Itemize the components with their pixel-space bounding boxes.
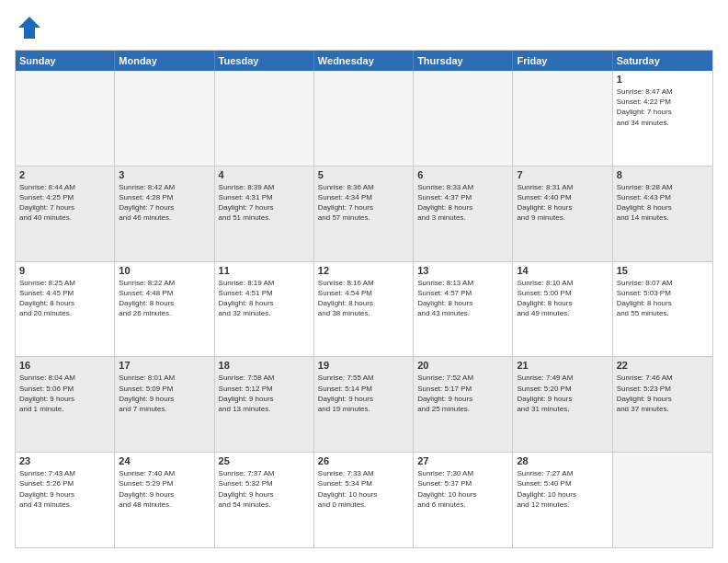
- empty-cell-0-0: [16, 71, 115, 166]
- empty-cell-0-3: [314, 71, 414, 166]
- empty-cell-4-6: [613, 453, 712, 547]
- day-cell-25: 25Sunrise: 7:37 AM Sunset: 5:32 PM Dayli…: [215, 453, 314, 547]
- day-number: 16: [19, 360, 110, 371]
- empty-cell-0-4: [414, 71, 513, 166]
- weekday-header-monday: Monday: [115, 51, 214, 71]
- weekday-header-tuesday: Tuesday: [215, 51, 314, 71]
- day-cell-2: 2Sunrise: 8:44 AM Sunset: 4:25 PM Daylig…: [16, 167, 115, 261]
- day-cell-11: 11Sunrise: 8:19 AM Sunset: 4:51 PM Dayli…: [215, 262, 314, 357]
- day-cell-24: 24Sunrise: 7:40 AM Sunset: 5:29 PM Dayli…: [115, 453, 214, 547]
- day-info: Sunrise: 7:40 AM Sunset: 5:29 PM Dayligh…: [119, 468, 210, 510]
- day-number: 28: [517, 455, 608, 466]
- day-info: Sunrise: 7:33 AM Sunset: 5:34 PM Dayligh…: [318, 468, 409, 510]
- day-number: 4: [219, 169, 310, 180]
- day-cell-7: 7Sunrise: 8:31 AM Sunset: 4:40 PM Daylig…: [513, 167, 612, 261]
- day-cell-26: 26Sunrise: 7:33 AM Sunset: 5:34 PM Dayli…: [314, 453, 414, 547]
- day-number: 26: [318, 455, 409, 466]
- calendar-row-2: 9Sunrise: 8:25 AM Sunset: 4:45 PM Daylig…: [16, 262, 712, 358]
- day-cell-9: 9Sunrise: 8:25 AM Sunset: 4:45 PM Daylig…: [16, 262, 115, 357]
- day-cell-5: 5Sunrise: 8:36 AM Sunset: 4:34 PM Daylig…: [314, 167, 414, 261]
- weekday-header-saturday: Saturday: [613, 51, 712, 71]
- logo-icon: [17, 15, 42, 40]
- day-cell-17: 17Sunrise: 8:01 AM Sunset: 5:09 PM Dayli…: [115, 357, 214, 452]
- day-number: 21: [517, 360, 608, 371]
- day-info: Sunrise: 7:46 AM Sunset: 5:23 PM Dayligh…: [617, 373, 709, 414]
- day-info: Sunrise: 8:47 AM Sunset: 4:22 PM Dayligh…: [617, 86, 709, 128]
- weekday-header-wednesday: Wednesday: [314, 51, 414, 71]
- empty-cell-0-2: [215, 71, 314, 166]
- day-info: Sunrise: 7:55 AM Sunset: 5:14 PM Dayligh…: [318, 373, 409, 414]
- day-info: Sunrise: 7:37 AM Sunset: 5:32 PM Dayligh…: [219, 468, 310, 510]
- day-number: 11: [219, 265, 310, 276]
- day-number: 10: [119, 265, 210, 276]
- day-cell-20: 20Sunrise: 7:52 AM Sunset: 5:17 PM Dayli…: [414, 357, 513, 452]
- day-cell-13: 13Sunrise: 8:13 AM Sunset: 4:57 PM Dayli…: [414, 262, 513, 357]
- header: [15, 15, 713, 40]
- day-info: Sunrise: 7:30 AM Sunset: 5:37 PM Dayligh…: [417, 468, 508, 510]
- day-cell-8: 8Sunrise: 8:28 AM Sunset: 4:43 PM Daylig…: [613, 167, 712, 261]
- day-cell-21: 21Sunrise: 7:49 AM Sunset: 5:20 PM Dayli…: [513, 357, 612, 452]
- day-cell-14: 14Sunrise: 8:10 AM Sunset: 5:00 PM Dayli…: [513, 262, 612, 357]
- day-info: Sunrise: 8:33 AM Sunset: 4:37 PM Dayligh…: [417, 182, 508, 224]
- day-info: Sunrise: 8:39 AM Sunset: 4:31 PM Dayligh…: [219, 182, 310, 224]
- day-cell-6: 6Sunrise: 8:33 AM Sunset: 4:37 PM Daylig…: [414, 167, 513, 261]
- day-info: Sunrise: 7:58 AM Sunset: 5:12 PM Dayligh…: [219, 373, 310, 414]
- day-info: Sunrise: 8:44 AM Sunset: 4:25 PM Dayligh…: [19, 182, 110, 224]
- day-number: 7: [517, 169, 608, 180]
- day-cell-16: 16Sunrise: 8:04 AM Sunset: 5:06 PM Dayli…: [16, 357, 115, 452]
- day-number: 1: [617, 74, 709, 85]
- logo: [15, 15, 42, 40]
- day-cell-23: 23Sunrise: 7:43 AM Sunset: 5:26 PM Dayli…: [16, 453, 115, 547]
- calendar-row-1: 2Sunrise: 8:44 AM Sunset: 4:25 PM Daylig…: [16, 167, 712, 262]
- day-number: 18: [219, 360, 310, 371]
- weekday-header-thursday: Thursday: [414, 51, 513, 71]
- day-cell-10: 10Sunrise: 8:22 AM Sunset: 4:48 PM Dayli…: [115, 262, 214, 357]
- day-number: 19: [318, 360, 409, 371]
- day-info: Sunrise: 8:07 AM Sunset: 5:03 PM Dayligh…: [617, 278, 709, 319]
- day-info: Sunrise: 7:27 AM Sunset: 5:40 PM Dayligh…: [517, 468, 608, 510]
- weekday-header-sunday: Sunday: [16, 51, 115, 71]
- day-number: 2: [19, 169, 110, 180]
- day-info: Sunrise: 8:10 AM Sunset: 5:00 PM Dayligh…: [517, 278, 608, 319]
- day-number: 20: [417, 360, 508, 371]
- day-info: Sunrise: 8:01 AM Sunset: 5:09 PM Dayligh…: [119, 373, 210, 414]
- day-number: 13: [417, 265, 508, 276]
- day-cell-4: 4Sunrise: 8:39 AM Sunset: 4:31 PM Daylig…: [215, 167, 314, 261]
- day-info: Sunrise: 7:52 AM Sunset: 5:17 PM Dayligh…: [417, 373, 508, 414]
- day-cell-1: 1Sunrise: 8:47 AM Sunset: 4:22 PM Daylig…: [613, 71, 712, 166]
- day-cell-22: 22Sunrise: 7:46 AM Sunset: 5:23 PM Dayli…: [613, 357, 712, 452]
- day-info: Sunrise: 8:16 AM Sunset: 4:54 PM Dayligh…: [318, 278, 409, 319]
- page: SundayMondayTuesdayWednesdayThursdayFrid…: [0, 0, 728, 563]
- day-number: 14: [517, 265, 608, 276]
- weekday-header-friday: Friday: [513, 51, 612, 71]
- calendar-row-0: 1Sunrise: 8:47 AM Sunset: 4:22 PM Daylig…: [16, 71, 712, 167]
- day-info: Sunrise: 8:19 AM Sunset: 4:51 PM Dayligh…: [219, 278, 310, 319]
- day-number: 17: [119, 360, 210, 371]
- day-number: 9: [19, 265, 110, 276]
- day-info: Sunrise: 7:43 AM Sunset: 5:26 PM Dayligh…: [19, 468, 110, 510]
- calendar: SundayMondayTuesdayWednesdayThursdayFrid…: [15, 50, 713, 548]
- day-info: Sunrise: 8:31 AM Sunset: 4:40 PM Dayligh…: [517, 182, 608, 224]
- calendar-body: 1Sunrise: 8:47 AM Sunset: 4:22 PM Daylig…: [16, 71, 712, 547]
- calendar-row-3: 16Sunrise: 8:04 AM Sunset: 5:06 PM Dayli…: [16, 357, 712, 453]
- day-number: 12: [318, 265, 409, 276]
- day-number: 25: [219, 455, 310, 466]
- day-info: Sunrise: 8:22 AM Sunset: 4:48 PM Dayligh…: [119, 278, 210, 319]
- day-cell-28: 28Sunrise: 7:27 AM Sunset: 5:40 PM Dayli…: [513, 453, 612, 547]
- day-cell-15: 15Sunrise: 8:07 AM Sunset: 5:03 PM Dayli…: [613, 262, 712, 357]
- day-info: Sunrise: 8:04 AM Sunset: 5:06 PM Dayligh…: [19, 373, 110, 414]
- day-number: 22: [617, 360, 709, 371]
- day-info: Sunrise: 7:49 AM Sunset: 5:20 PM Dayligh…: [517, 373, 608, 414]
- day-number: 24: [119, 455, 210, 466]
- day-info: Sunrise: 8:25 AM Sunset: 4:45 PM Dayligh…: [19, 278, 110, 319]
- day-cell-27: 27Sunrise: 7:30 AM Sunset: 5:37 PM Dayli…: [414, 453, 513, 547]
- day-info: Sunrise: 8:13 AM Sunset: 4:57 PM Dayligh…: [417, 278, 508, 319]
- empty-cell-0-1: [115, 71, 214, 166]
- day-number: 3: [119, 169, 210, 180]
- empty-cell-0-5: [513, 71, 612, 166]
- day-number: 6: [417, 169, 508, 180]
- day-number: 5: [318, 169, 409, 180]
- calendar-header: SundayMondayTuesdayWednesdayThursdayFrid…: [16, 51, 712, 71]
- day-number: 8: [617, 169, 709, 180]
- day-info: Sunrise: 8:28 AM Sunset: 4:43 PM Dayligh…: [617, 182, 709, 224]
